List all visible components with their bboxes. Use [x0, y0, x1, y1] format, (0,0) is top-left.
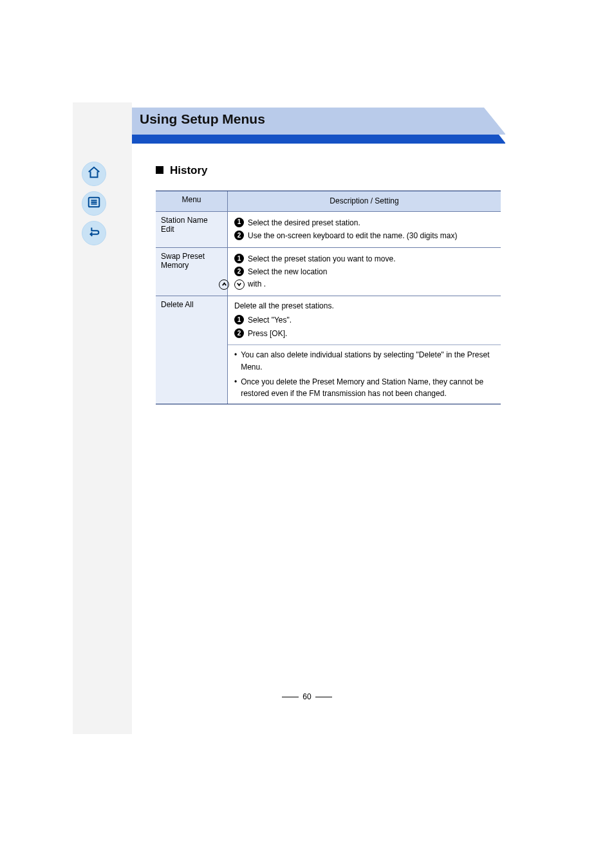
list-icon — [87, 195, 101, 212]
step-text: Press [OK]. — [248, 328, 287, 340]
step-text: Select the preset station you want to mo… — [248, 253, 395, 265]
back-arrow-icon — [87, 225, 101, 241]
table-row: Swap Preset Memory 1Select the preset st… — [156, 247, 501, 296]
step-number-icon: 1 — [234, 218, 244, 227]
contents-button[interactable] — [82, 191, 106, 216]
section-title: History — [156, 164, 208, 177]
step-text: Use the on-screen keyboard to edit the n… — [248, 230, 458, 242]
chevron-up-icon — [219, 279, 229, 290]
description-cell: 1Select the desired preset station. 2Use… — [228, 212, 501, 247]
step-number-icon: 2 — [234, 267, 244, 276]
description-cell: Delete all the preset stations. 1Select … — [228, 296, 501, 404]
nav-button-group — [82, 162, 107, 245]
menu-cell-swap-preset: Swap Preset Memory — [156, 248, 228, 296]
left-sidebar — [73, 102, 132, 734]
page-number: 60 — [0, 692, 614, 701]
home-icon — [87, 165, 101, 182]
history-table: Menu Description / Setting Station Name … — [156, 191, 501, 404]
note-text: •You can also delete individual stations… — [234, 349, 494, 373]
step-text: Select the new location with . — [248, 266, 327, 290]
note-text: •Once you delete the Preset Memory and S… — [234, 376, 494, 400]
table-row: Station Name Edit 1Select the desired pr… — [156, 211, 501, 247]
table-row: Delete All Delete all the preset station… — [156, 296, 501, 404]
table-header-row: Menu Description / Setting — [156, 191, 501, 211]
menu-cell-station-name-edit: Station Name Edit — [156, 212, 228, 247]
step-text: Select the desired preset station. — [248, 217, 360, 229]
description-cell: 1Select the preset station you want to m… — [228, 248, 501, 296]
column-header-menu: Menu — [156, 191, 228, 211]
step-number-icon: 2 — [234, 328, 244, 338]
step-number-icon: 2 — [234, 231, 244, 240]
back-button[interactable] — [82, 221, 106, 245]
chevron-down-icon — [234, 279, 245, 290]
home-button[interactable] — [82, 162, 106, 186]
lead-text: Delete all the preset stations. — [234, 300, 494, 312]
column-header-description: Description / Setting — [228, 191, 501, 211]
step-number-icon: 1 — [234, 315, 244, 325]
page-title: Using Setup Menus — [140, 111, 265, 127]
menu-cell-delete-all: Delete All — [156, 296, 228, 404]
step-text: Select "Yes". — [248, 314, 292, 326]
bullet-square-icon — [156, 166, 163, 174]
step-number-icon: 1 — [234, 254, 244, 263]
